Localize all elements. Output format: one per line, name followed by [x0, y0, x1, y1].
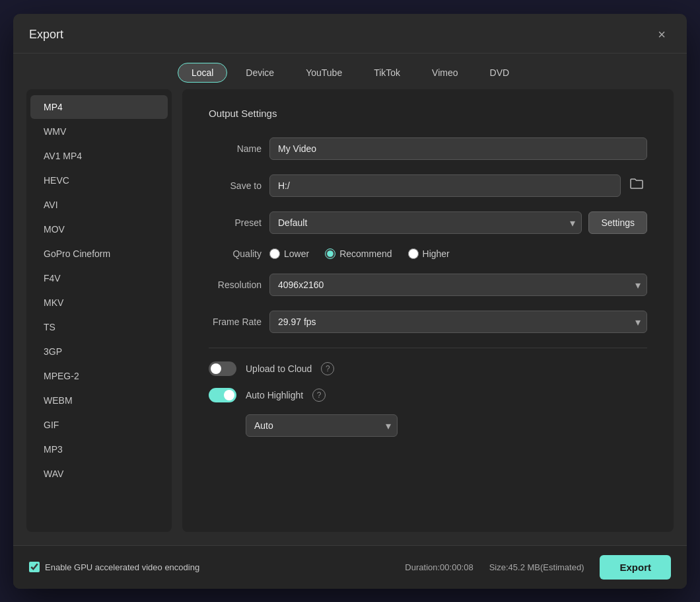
- quality-recommend-option[interactable]: Recommend: [325, 248, 392, 259]
- auto-highlight-slider: [209, 388, 236, 402]
- folder-browse-button[interactable]: [626, 175, 647, 196]
- footer-right: Duration:00:00:08 Size:45.2 MB(Estimated…: [405, 555, 671, 580]
- name-label: Name: [209, 143, 262, 154]
- sidebar-item-ts[interactable]: TS: [30, 315, 168, 339]
- tab-local[interactable]: Local: [178, 63, 227, 83]
- preset-select-wrap: Default High Quality Low Quality: [269, 211, 582, 234]
- sidebar-item-mp4[interactable]: MP4: [30, 95, 168, 119]
- resolution-select-wrap: 4096x2160 3840x2160 1920x1080 1280x720: [269, 274, 647, 296]
- output-settings-title: Output Settings: [209, 108, 647, 119]
- dialog-footer: Enable GPU accelerated video encoding Du…: [13, 545, 687, 589]
- name-input[interactable]: [269, 137, 647, 160]
- dialog-title: Export: [29, 28, 63, 42]
- quality-higher-radio[interactable]: [408, 248, 419, 259]
- sidebar-item-mpeg2[interactable]: MPEG-2: [30, 364, 168, 388]
- sidebar-item-mp3[interactable]: MP3: [30, 437, 168, 461]
- quality-lower-option[interactable]: Lower: [269, 248, 309, 259]
- auto-highlight-label: Auto Highlight: [246, 390, 303, 400]
- gpu-checkbox[interactable]: [29, 562, 40, 572]
- save-to-label: Save to: [209, 180, 262, 191]
- auto-select-inner: Auto Manual: [246, 414, 398, 437]
- duration-stat: Duration:00:00:08: [405, 562, 473, 572]
- tabs-bar: Local Device YouTube TikTok Vimeo DVD: [13, 54, 687, 89]
- tab-device[interactable]: Device: [232, 63, 287, 82]
- save-to-input[interactable]: [269, 174, 621, 197]
- upload-cloud-help-icon[interactable]: ?: [321, 362, 334, 375]
- divider: [209, 348, 647, 348]
- main-content: Output Settings Name Save to: [182, 89, 674, 532]
- sidebar-item-av1mp4[interactable]: AV1 MP4: [30, 144, 168, 168]
- frame-rate-label: Frame Rate: [209, 317, 262, 327]
- sidebar-item-webm[interactable]: WEBM: [30, 389, 168, 412]
- export-dialog: Export × Local Device YouTube TikTok Vim…: [13, 14, 687, 589]
- dialog-body: MP4 WMV AV1 MP4 HEVC AVI MOV GoPro Cinef…: [13, 89, 687, 545]
- dialog-header: Export ×: [13, 14, 687, 54]
- frame-rate-select[interactable]: 29.97 fps 25 fps 24 fps 60 fps: [269, 311, 647, 333]
- sidebar-item-hevc[interactable]: HEVC: [30, 169, 168, 192]
- format-sidebar: MP4 WMV AV1 MP4 HEVC AVI MOV GoPro Cinef…: [26, 89, 172, 532]
- quality-recommend-radio[interactable]: [325, 248, 335, 259]
- tab-vimeo[interactable]: Vimeo: [419, 63, 471, 82]
- tab-dvd[interactable]: DVD: [477, 63, 523, 82]
- upload-cloud-row: Upload to Cloud ?: [209, 361, 647, 376]
- size-stat: Size:45.2 MB(Estimated): [489, 562, 584, 572]
- auto-highlight-row: Auto Highlight ?: [209, 388, 647, 402]
- upload-cloud-toggle[interactable]: [209, 361, 236, 376]
- quality-recommend-label: Recommend: [339, 248, 392, 259]
- preset-row: Preset Default High Quality Low Quality …: [209, 211, 647, 234]
- quality-lower-radio[interactable]: [269, 248, 280, 259]
- sidebar-item-avi[interactable]: AVI: [30, 193, 168, 217]
- sidebar-item-3gp[interactable]: 3GP: [30, 340, 168, 363]
- auto-highlight-toggle[interactable]: [209, 388, 236, 402]
- resolution-row: Resolution 4096x2160 3840x2160 1920x1080…: [209, 274, 647, 296]
- upload-cloud-label: Upload to Cloud: [246, 363, 312, 374]
- sidebar-item-wav[interactable]: WAV: [30, 462, 168, 486]
- sidebar-item-mov[interactable]: MOV: [30, 217, 168, 241]
- frame-rate-select-wrap: 29.97 fps 25 fps 24 fps 60 fps: [269, 311, 647, 333]
- sidebar-item-wmv[interactable]: WMV: [30, 120, 168, 143]
- resolution-select[interactable]: 4096x2160 3840x2160 1920x1080 1280x720: [269, 274, 647, 296]
- sidebar-item-gif[interactable]: GIF: [30, 413, 168, 437]
- sidebar-item-f4v[interactable]: F4V: [30, 266, 168, 290]
- auto-select-wrap: Auto Manual: [246, 414, 647, 437]
- auto-highlight-help-icon[interactable]: ?: [312, 389, 326, 402]
- quality-label: Quality: [209, 248, 262, 259]
- gpu-checkbox-label[interactable]: Enable GPU accelerated video encoding: [29, 562, 199, 572]
- frame-rate-row: Frame Rate 29.97 fps 25 fps 24 fps 60 fp…: [209, 311, 647, 333]
- resolution-label: Resolution: [209, 280, 262, 290]
- tab-youtube[interactable]: YouTube: [293, 63, 355, 82]
- name-row: Name: [209, 137, 647, 160]
- close-button[interactable]: ×: [652, 24, 671, 45]
- tab-tiktok[interactable]: TikTok: [361, 63, 413, 82]
- quality-higher-option[interactable]: Higher: [408, 248, 450, 259]
- preset-input-group: Default High Quality Low Quality Setting…: [269, 211, 647, 234]
- sidebar-item-gopro[interactable]: GoPro Cineform: [30, 242, 168, 266]
- settings-button[interactable]: Settings: [588, 211, 647, 234]
- quality-row: Quality Lower Recommend Higher: [209, 248, 647, 259]
- quality-higher-label: Higher: [423, 248, 450, 259]
- save-to-input-group: [269, 174, 647, 197]
- auto-select[interactable]: Auto Manual: [246, 414, 398, 437]
- export-button[interactable]: Export: [600, 555, 671, 580]
- save-to-row: Save to: [209, 174, 647, 197]
- sidebar-item-mkv[interactable]: MKV: [30, 291, 168, 315]
- preset-select[interactable]: Default High Quality Low Quality: [269, 211, 582, 234]
- preset-label: Preset: [209, 217, 262, 228]
- quality-group: Lower Recommend Higher: [269, 248, 450, 259]
- gpu-label-text: Enable GPU accelerated video encoding: [45, 562, 199, 572]
- upload-cloud-slider: [209, 361, 236, 376]
- quality-lower-label: Lower: [284, 248, 309, 259]
